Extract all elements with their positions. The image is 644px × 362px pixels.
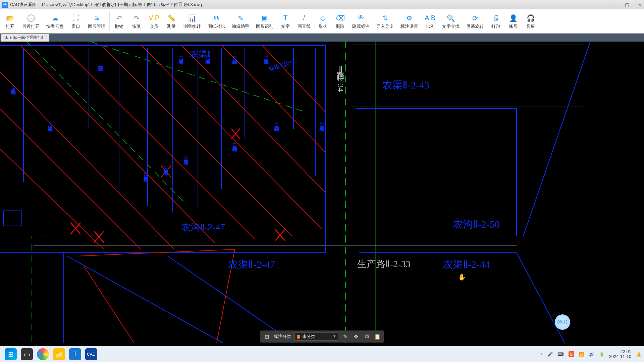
maximize-button[interactable]: ▢ [625,2,629,7]
cad-text: 生产路Ⅱ-2-34 [335,65,346,92]
隐藏标注-icon: 👁 [356,13,366,23]
cad-text: 新建毛沟188 [163,166,169,173]
toolbar-标注设置[interactable]: ⚙标注设置 [397,10,421,33]
toolbar-隐藏标注[interactable]: 👁隐藏标注 [349,10,373,33]
toolbar-撤销[interactable]: ↶撤销 [110,10,128,33]
dropdown-value: 未分类 [302,334,315,339]
toolbar-label: 比例 [426,23,434,29]
grid-icon[interactable]: ⊞ [263,333,270,340]
toolbar-导入导出[interactable]: ⇅导入导出 [373,10,397,33]
toolbar-文字查找[interactable]: 🔍文字查找 [439,10,463,33]
toolbar-会员[interactable]: VIP会员 [145,10,163,33]
minimize-button[interactable]: — [611,2,616,7]
toolbar-label: 会员 [150,23,158,29]
tray-chevron-icon[interactable]: 〈 [538,351,543,357]
cad-canvas[interactable]: 农渠Ⅱ-2-43 农沟Ⅱ-2-50 农渠Ⅱ-2-44 生产路Ⅱ-2-33 生产路… [0,42,644,347]
toolbar-删除[interactable]: ⌫删除 [331,10,349,33]
close-button[interactable]: ✕ [638,2,642,7]
toolbar-图纸对比[interactable]: ⧉图纸对比 [204,10,228,33]
category-dropdown[interactable]: 未分类 [294,333,338,341]
标注设置-icon: ⚙ [405,13,414,23]
notifications-icon[interactable]: 🔔 [636,352,641,357]
ime-icon[interactable]: S [569,351,574,357]
system-tray: 〈 🎤 ⌨ S 📶 🔊 🔋 22:01 2024-11-10 🔔 [538,349,641,359]
window-controls: — ▢ ✕ [611,2,642,7]
file-tab-strip: 0. 五标平面位置图4.3 × [0,34,644,42]
toolbar-label: 文字查找 [442,23,460,29]
edit-icon[interactable]: ✎ [341,333,349,340]
battery-icon[interactable]: 🔋 [599,352,604,357]
wifi-icon[interactable]: 📶 [579,352,584,357]
toolbar-测量统计[interactable]: 📊测量统计 [180,10,204,33]
toolbar-label: 导入导出 [376,23,394,29]
cad-text: 新建毛沟187 [183,156,189,163]
toolbar-label: 账号 [509,23,518,29]
file-explorer-icon[interactable]: 📁 [53,348,65,360]
taskview-icon[interactable]: ▭ [21,348,33,360]
toolbar-图层管理[interactable]: ≋图层管理 [85,10,109,33]
客服-icon: 🎧 [526,13,535,23]
toolbar-恢复[interactable]: ↷恢复 [128,10,145,33]
copy-icon[interactable]: ⧉ [363,333,370,340]
app-icon-1[interactable]: T [69,348,81,360]
close-tab-icon[interactable]: × [46,35,48,39]
最近打开-icon: 🕒 [26,13,36,23]
window-title: CAD快速看图 - d:\Users\刘云飞\Desktop\工程\1改善水田一… [10,2,202,8]
toolbar-最近打开[interactable]: 🕒最近打开 [19,10,43,33]
toolbar-快看云盘[interactable]: ☁快看云盘 [43,10,67,33]
cad-text: 农渠Ⅱ-2-47 [228,258,275,272]
cad-text: 新建毛沟174 [263,55,269,63]
toolbar-编辑助手[interactable]: ✎编辑助手 [228,10,253,33]
clock-date: 2024-11-10 [609,354,632,359]
toolbar-label: 画直线 [298,23,311,29]
svg-line-24 [523,42,590,236]
app-icon: 快 [2,2,8,8]
toolbar-打开[interactable]: 📂打开 [1,10,19,33]
svg-rect-11 [3,211,22,226]
cad-text: 新建毛沟177 [178,55,184,63]
toolbar-label: 图形识别 [256,23,273,29]
windows-taskbar: ⊞ ▭ 📁 T CAD 〈 🎤 ⌨ S 📶 🔊 🔋 22:01 2024-11-… [0,346,644,362]
toolbar-label: 打开 [6,23,14,29]
toolbar-label: 标注设置 [400,23,418,29]
tray-mic-icon[interactable]: 🎤 [547,352,553,357]
recording-timer[interactable]: 00:12 [555,314,570,330]
taskbar-clock[interactable]: 22:01 2024-11-10 [609,349,632,359]
toolbar-屏幕旋转[interactable]: ⟳屏幕旋转 [463,10,487,33]
toolbar-客服[interactable]: 🎧客服 [522,10,539,33]
cad-text: 新建毛沟189 [143,172,149,180]
cad-app-icon[interactable]: CAD [85,348,97,360]
toolbar-测量[interactable]: 📏测量 [163,10,180,33]
toolbar-文字[interactable]: T文字 [277,10,294,33]
toolbar-账号[interactable]: 👤账号 [504,10,522,33]
屏幕旋转-icon: ⟳ [470,13,480,23]
paste-icon[interactable]: 📋 [374,333,381,340]
svg-line-32 [141,45,322,229]
tray-keyboard-icon[interactable]: ⌨ [557,352,564,357]
窗口-icon: ⛶ [71,13,80,23]
cad-text: 农渠Ⅱ [190,48,211,60]
cad-text: 农沟Ⅱ-2-47 [181,221,225,234]
toolbar-打印[interactable]: 🖨打印 [487,10,504,33]
cad-text: 生产路Ⅱ-2-33 [357,258,411,270]
svg-line-33 [181,45,325,192]
cad-text: 农渠Ⅱ-2-44 [443,258,490,272]
toolbar-label: 恢复 [132,23,141,29]
volume-icon[interactable]: 🔊 [589,352,594,357]
svg-line-26 [0,72,174,249]
图形识别-icon: ▣ [260,13,269,23]
形状-icon: ◇ [318,13,327,23]
toolbar-画直线[interactable]: /画直线 [294,10,314,33]
toolbar-形状[interactable]: ◇形状 [314,10,331,33]
toolbar-比例[interactable]: A:B比例 [421,10,439,33]
toolbar-label: 打印 [491,23,500,29]
toolbar-label: 删除 [336,23,344,29]
move-icon[interactable]: ✥ [352,333,360,340]
toolbar-窗口[interactable]: ⛶窗口 [67,10,85,33]
browser-icon[interactable] [37,348,49,360]
toolbar-label: 测量统计 [183,23,201,29]
start-button[interactable]: ⊞ [5,348,17,360]
toolbar-图形识别[interactable]: ▣图形识别 [253,10,277,33]
cad-text: 农沟Ⅱ-2-50 [453,218,500,231]
file-tab[interactable]: 0. 五标平面位置图4.3 × [1,34,49,42]
